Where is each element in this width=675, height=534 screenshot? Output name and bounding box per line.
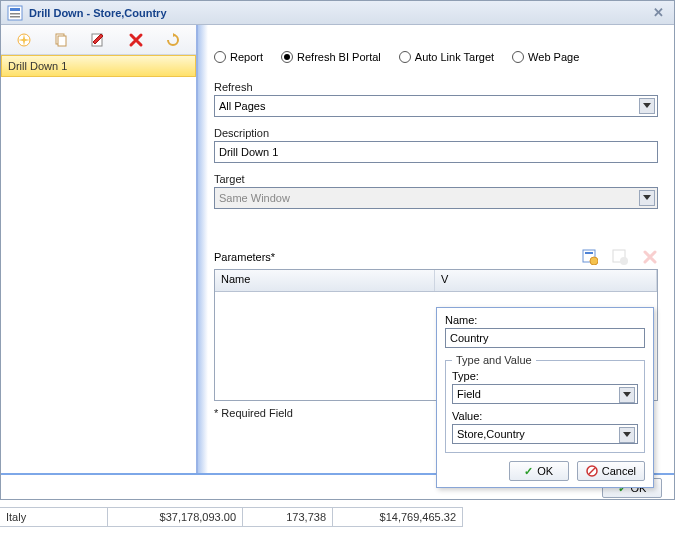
popup-cancel-button[interactable]: Cancel — [577, 461, 645, 481]
svg-point-12 — [620, 257, 628, 265]
radio-label: Auto Link Target — [415, 51, 494, 63]
parameters-label: Parameters* — [214, 251, 275, 263]
list-item[interactable]: Drill Down 1 — [1, 55, 196, 77]
titlebar: Drill Down - Store,Country ✕ — [1, 1, 674, 25]
panel-gradient — [198, 25, 208, 473]
value-value: Store,Country — [457, 428, 525, 440]
add-param-icon[interactable] — [582, 249, 598, 265]
description-label: Description — [214, 127, 658, 139]
radio-icon — [281, 51, 293, 63]
left-panel: Drill Down 1 — [1, 25, 198, 473]
parameters-toolbar — [582, 249, 658, 265]
target-label: Target — [214, 173, 658, 185]
svg-rect-2 — [10, 13, 20, 15]
parameters-header-row: Parameters* — [214, 249, 658, 265]
col-name[interactable]: Name — [215, 270, 435, 291]
radio-auto-link-target[interactable]: Auto Link Target — [399, 51, 494, 63]
refresh-select[interactable]: All Pages — [214, 95, 658, 117]
background-data-grid: Italy $37,178,093.00 173,738 $14,769,465… — [0, 502, 675, 532]
radio-web-page[interactable]: Web Page — [512, 51, 579, 63]
copy-icon[interactable] — [52, 31, 70, 49]
left-toolbar — [1, 25, 196, 55]
refresh-value: All Pages — [219, 100, 265, 112]
list-item-label: Drill Down 1 — [8, 60, 67, 72]
table-header: Name V — [215, 270, 657, 292]
svg-rect-6 — [58, 36, 66, 46]
drill-down-list: Drill Down 1 — [1, 55, 196, 473]
type-value: Field — [457, 388, 481, 400]
parameter-editor-popup: Name: Country Type and Value Type: Field… — [436, 307, 654, 488]
bg-cell: 173,738 — [243, 507, 333, 527]
radio-icon — [214, 51, 226, 63]
cancel-icon — [586, 465, 598, 477]
edit-icon[interactable] — [89, 31, 107, 49]
chevron-down-icon — [639, 190, 655, 206]
bg-cell: $14,769,465.32 — [333, 507, 463, 527]
target-value: Same Window — [219, 192, 290, 204]
bg-cell: $37,178,093.00 — [108, 507, 243, 527]
type-radio-group: Report Refresh BI Portal Auto Link Targe… — [214, 51, 658, 63]
svg-point-10 — [590, 257, 598, 265]
chevron-down-icon — [619, 387, 635, 403]
fieldset-legend: Type and Value — [452, 354, 536, 366]
popup-ok-label: OK — [537, 465, 553, 477]
radio-label: Report — [230, 51, 263, 63]
popup-ok-button[interactable]: ✓ OK — [509, 461, 569, 481]
type-value-fieldset: Type and Value Type: Field Value: Store,… — [445, 354, 645, 453]
radio-icon — [399, 51, 411, 63]
delete-param-icon[interactable] — [642, 249, 658, 265]
type-label: Type: — [452, 370, 638, 382]
popup-cancel-label: Cancel — [602, 465, 636, 477]
refresh-label: Refresh — [214, 81, 658, 93]
close-icon[interactable]: ✕ — [649, 5, 668, 20]
radio-label: Refresh BI Portal — [297, 51, 381, 63]
new-icon[interactable] — [15, 31, 33, 49]
radio-report[interactable]: Report — [214, 51, 263, 63]
edit-param-icon[interactable] — [612, 249, 628, 265]
svg-rect-1 — [10, 8, 20, 11]
svg-rect-9 — [585, 252, 593, 254]
svg-rect-3 — [10, 16, 20, 18]
value-label: Value: — [452, 410, 638, 422]
dialog-title: Drill Down - Store,Country — [29, 7, 649, 19]
description-input[interactable]: Drill Down 1 — [214, 141, 658, 163]
col-value[interactable]: V — [435, 270, 657, 291]
delete-icon[interactable] — [127, 31, 145, 49]
radio-label: Web Page — [528, 51, 579, 63]
name-input[interactable]: Country — [445, 328, 645, 348]
name-label: Name: — [445, 314, 645, 326]
radio-refresh-bi-portal[interactable]: Refresh BI Portal — [281, 51, 381, 63]
type-select[interactable]: Field — [452, 384, 638, 404]
app-icon — [7, 5, 23, 21]
bg-cell: Italy — [0, 507, 108, 527]
check-icon: ✓ — [524, 465, 533, 478]
target-select[interactable]: Same Window — [214, 187, 658, 209]
refresh-list-icon[interactable] — [164, 31, 182, 49]
description-value: Drill Down 1 — [219, 146, 278, 158]
popup-button-row: ✓ OK Cancel — [445, 461, 645, 481]
radio-icon — [512, 51, 524, 63]
chevron-down-icon — [619, 427, 635, 443]
name-value: Country — [450, 332, 489, 344]
chevron-down-icon — [639, 98, 655, 114]
value-select[interactable]: Store,Country — [452, 424, 638, 444]
